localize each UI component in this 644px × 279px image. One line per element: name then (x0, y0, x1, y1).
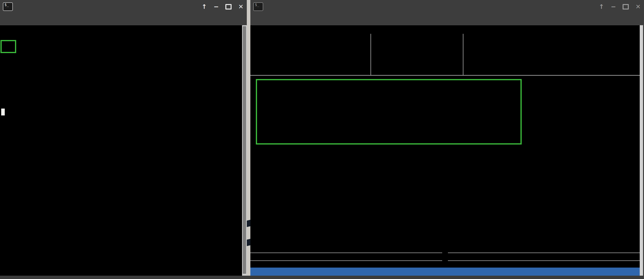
right-menubar (250, 14, 644, 25)
terminal-app-icon: $_ (253, 2, 263, 11)
left-scrollbar-thumb[interactable] (243, 26, 246, 274)
text-cursor (1, 108, 5, 116)
bottom-panel-strip (0, 276, 644, 279)
desktop-logo-fragment (247, 239, 250, 246)
close-icon[interactable] (636, 0, 641, 14)
right-terminal-window[interactable]: $_ (250, 0, 644, 279)
hint-detailed-stats (250, 252, 640, 253)
window-edge (643, 25, 644, 276)
right-titlebar[interactable]: $_ (250, 0, 644, 14)
bmon-screen (250, 26, 640, 276)
left-terminal-screen[interactable] (0, 25, 247, 276)
left-terminal-window[interactable]: $_ (0, 0, 247, 279)
column-separator (370, 34, 371, 75)
left-scrollbar[interactable] (242, 25, 247, 276)
shade-window-icon[interactable] (599, 0, 604, 14)
close-icon[interactable] (238, 0, 244, 14)
bmon-terminal-screen[interactable] (250, 25, 644, 276)
minimize-icon[interactable] (214, 0, 219, 14)
section-separator (250, 75, 640, 76)
right-scrollbar[interactable] (640, 25, 643, 276)
desktop-logo-fragment (247, 220, 250, 227)
maximize-icon[interactable] (622, 4, 629, 10)
desktop-gap (247, 0, 250, 279)
shade-window-icon[interactable] (202, 0, 207, 14)
hint-additional-info (250, 260, 640, 261)
left-menubar (0, 14, 247, 25)
column-separator (463, 34, 463, 75)
terminal-app-icon: $_ (3, 2, 13, 11)
left-titlebar[interactable]: $_ (0, 0, 247, 14)
minimize-icon[interactable] (611, 0, 616, 14)
maximize-icon[interactable] (226, 4, 232, 10)
bmon-status-bar (250, 268, 640, 276)
